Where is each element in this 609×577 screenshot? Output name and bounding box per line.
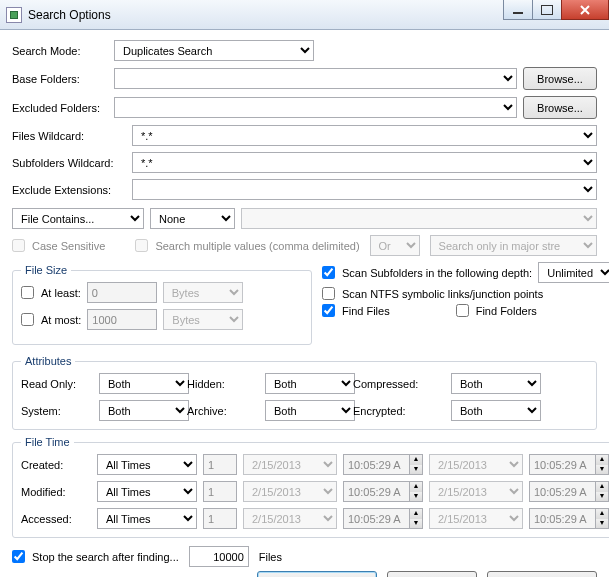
accessed-date2[interactable]: 2/15/2013: [429, 508, 523, 529]
created-time1[interactable]: [343, 454, 409, 475]
attributes-legend: Attributes: [21, 355, 75, 367]
created-mode[interactable]: All Times: [97, 454, 197, 475]
at-most-input[interactable]: [87, 309, 157, 330]
search-multiple-checkbox: Search multiple values (comma delimited): [135, 239, 359, 252]
base-folders-label: Base Folders:: [12, 73, 108, 85]
at-least-input[interactable]: [87, 282, 157, 303]
accessed-time2[interactable]: [529, 508, 595, 529]
scan-ntfs-checkbox[interactable]: Scan NTFS symbolic links/junction points: [322, 287, 543, 300]
file-size-legend: File Size: [21, 264, 71, 276]
base-folders-combo[interactable]: [114, 68, 517, 89]
or-and-select: Or: [370, 235, 420, 256]
modified-time2[interactable]: [529, 481, 595, 502]
stop-after-checkbox[interactable]: Stop the search after finding...: [12, 550, 179, 563]
files-suffix: Files: [259, 551, 282, 563]
reset-button[interactable]: Reset To Default: [487, 571, 597, 577]
created-label: Created:: [21, 459, 91, 471]
files-wildcard-label: Files Wildcard:: [12, 130, 126, 142]
browse-base-button[interactable]: Browse...: [523, 67, 597, 90]
search-mode-label: Search Mode:: [12, 45, 108, 57]
at-least-checkbox[interactable]: At least:: [21, 286, 81, 299]
spinner-icon[interactable]: ▲▼: [409, 454, 423, 475]
excluded-folders-combo[interactable]: [114, 97, 517, 118]
close-button[interactable]: Close: [387, 571, 477, 577]
archive-select[interactable]: Both: [265, 400, 355, 421]
file-time-group: File Time Created: All Times 2/15/2013 ▲…: [12, 436, 609, 538]
created-time2[interactable]: [529, 454, 595, 475]
accessed-mode[interactable]: All Times: [97, 508, 197, 529]
at-least-unit[interactable]: Bytes: [163, 282, 243, 303]
browse-excluded-button[interactable]: Browse...: [523, 96, 597, 119]
modified-date2[interactable]: 2/15/2013: [429, 481, 523, 502]
compressed-label: Compressed:: [353, 378, 443, 390]
scan-subfolders-checkbox[interactable]: Scan Subfolders in the following depth:: [322, 266, 532, 279]
search-mode-select[interactable]: Duplicates Search: [114, 40, 314, 61]
case-sensitive-input: [12, 239, 25, 252]
read-only-label: Read Only:: [21, 378, 91, 390]
case-sensitive-checkbox: Case Sensitive: [12, 239, 105, 252]
search-multiple-input: [135, 239, 148, 252]
titlebar: Search Options: [0, 0, 609, 30]
close-window-button[interactable]: [561, 0, 609, 20]
hidden-select[interactable]: Both: [265, 373, 355, 394]
exclude-extensions-combo[interactable]: [132, 179, 597, 200]
encrypted-select[interactable]: Both: [451, 400, 541, 421]
file-contains-select[interactable]: File Contains...: [12, 208, 144, 229]
attributes-group: Attributes Read Only: Both Hidden: Both …: [12, 355, 597, 430]
scan-depth-select[interactable]: Unlimited: [538, 262, 609, 283]
file-time-legend: File Time: [21, 436, 74, 448]
modified-mode[interactable]: All Times: [97, 481, 197, 502]
accessed-n[interactable]: [203, 508, 237, 529]
app-icon: [6, 7, 22, 23]
modified-n[interactable]: [203, 481, 237, 502]
window-title: Search Options: [28, 8, 111, 22]
created-date2[interactable]: 2/15/2013: [429, 454, 523, 475]
at-most-checkbox[interactable]: At most:: [21, 313, 81, 326]
spinner-icon[interactable]: ▲▼: [409, 508, 423, 529]
file-size-group: File Size At least: Bytes At most: Bytes: [12, 264, 312, 345]
modified-date1[interactable]: 2/15/2013: [243, 481, 337, 502]
accessed-label: Accessed:: [21, 513, 91, 525]
files-wildcard-combo[interactable]: *.*: [132, 125, 597, 146]
search-only-select: Search only in major stre: [430, 235, 597, 256]
hidden-label: Hidden:: [187, 378, 257, 390]
system-label: System:: [21, 405, 91, 417]
find-files-checkbox[interactable]: Find Files: [322, 304, 390, 317]
accessed-date1[interactable]: 2/15/2013: [243, 508, 337, 529]
created-date1[interactable]: 2/15/2013: [243, 454, 337, 475]
stop-count-input[interactable]: [189, 546, 249, 567]
modified-label: Modified:: [21, 486, 91, 498]
minimize-button[interactable]: [503, 0, 533, 20]
spinner-icon[interactable]: ▲▼: [595, 508, 609, 529]
compressed-select[interactable]: Both: [451, 373, 541, 394]
start-search-button[interactable]: Start Search: [257, 571, 377, 577]
subfolders-wildcard-combo[interactable]: *.*: [132, 152, 597, 173]
read-only-select[interactable]: Both: [99, 373, 189, 394]
find-folders-checkbox[interactable]: Find Folders: [456, 304, 537, 317]
system-select[interactable]: Both: [99, 400, 189, 421]
spinner-icon[interactable]: ▲▼: [595, 481, 609, 502]
subfolders-wildcard-label: Subfolders Wildcard:: [12, 157, 126, 169]
spinner-icon[interactable]: ▲▼: [409, 481, 423, 502]
accessed-time1[interactable]: [343, 508, 409, 529]
exclude-extensions-label: Exclude Extensions:: [12, 184, 126, 196]
file-contains-text[interactable]: [241, 208, 597, 229]
at-most-unit[interactable]: Bytes: [163, 309, 243, 330]
spinner-icon[interactable]: ▲▼: [595, 454, 609, 475]
archive-label: Archive:: [187, 405, 257, 417]
maximize-button[interactable]: [532, 0, 562, 20]
created-n[interactable]: [203, 454, 237, 475]
excluded-folders-label: Excluded Folders:: [12, 102, 108, 114]
modified-time1[interactable]: [343, 481, 409, 502]
file-contains-mode-select[interactable]: None: [150, 208, 235, 229]
encrypted-label: Encrypted:: [353, 405, 443, 417]
